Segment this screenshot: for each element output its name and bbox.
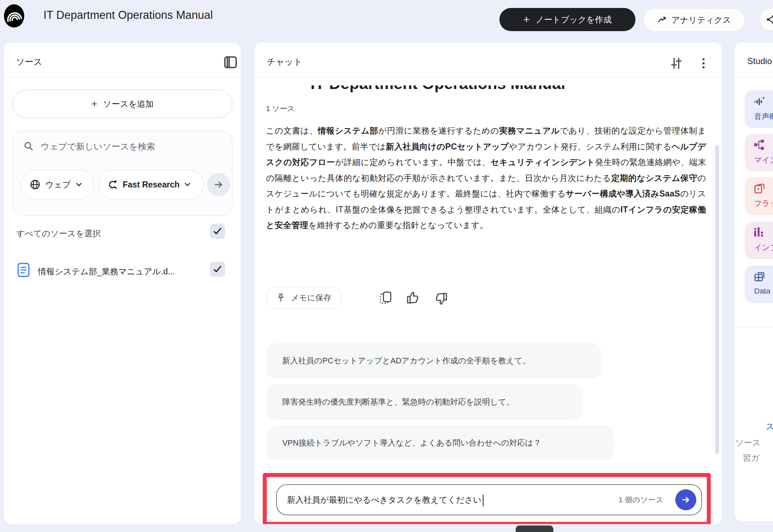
add-source-button[interactable]: + ソースを追加: [13, 90, 232, 118]
chat-panel: チャット IT Department Operations Manual 1 ソ…: [254, 43, 722, 524]
studio-card-label: マインドマップ: [754, 155, 773, 165]
source-item-checkbox[interactable]: [210, 262, 225, 277]
suggested-question[interactable]: 新入社員のPCセットアップとADアカウント作成の全手順を教えて。: [266, 343, 602, 379]
check-icon: [214, 266, 221, 273]
studio-card-mind-map[interactable]: マインドマップ: [745, 134, 773, 172]
studio-empty-state-link[interactable]: ス: [766, 421, 773, 432]
sources-header-divider: [4, 77, 241, 77]
plus-icon: +: [92, 98, 97, 110]
add-source-label: ソースを追加: [103, 98, 154, 110]
arrow-right-icon: [214, 180, 224, 190]
chevron-down-icon: [185, 183, 190, 187]
chat-scrollbar[interactable]: [715, 145, 719, 454]
audio-waveform-icon: [754, 96, 765, 108]
studio-card-data-table[interactable]: Data: [745, 266, 773, 303]
copy-icon[interactable]: [379, 291, 392, 306]
suggested-question[interactable]: 障害発生時の優先度判断基準と、緊急時の初動対応を説明して。: [266, 384, 583, 420]
studio-card-flashcards[interactable]: フラッシュカード: [745, 177, 773, 215]
send-arrow-icon: [680, 494, 691, 505]
app-header: IT Department Operations Manual + ノートブック…: [0, 0, 773, 40]
clipped-response-heading: IT Department Operations Manual: [311, 85, 636, 93]
research-chip-label: Fast Research: [123, 180, 179, 190]
chat-panel-title: チャット: [267, 56, 302, 68]
chat-header-divider: [254, 77, 722, 77]
chat-input-value: 新入社員が最初にやるべきタスクを教えてください: [287, 495, 482, 504]
search-input[interactable]: ウェブで新しいソースを検索: [41, 141, 155, 152]
notebooklm-app: { "header": { "title": "IT Department Op…: [0, 0, 773, 532]
analytics-button[interactable]: アナリティクス: [643, 8, 745, 32]
notebook-title[interactable]: IT Department Operations Manual: [43, 9, 213, 22]
thumbs-down-icon[interactable]: [434, 292, 448, 307]
bar-chart-icon: [754, 227, 764, 239]
studio-empty-state-text: ソース: [735, 437, 761, 448]
check-icon: [214, 228, 221, 235]
studio-section-divider: [735, 328, 773, 328]
studio-card-infographic[interactable]: インフォグラフィック: [745, 221, 773, 259]
web-source-search-box: ウェブで新しいソースを検索 ウェブ Fast Research: [13, 130, 232, 216]
globe-icon: [30, 180, 40, 190]
bottom-toast-peek: [516, 525, 553, 532]
share-button[interactable]: [759, 8, 773, 31]
analytics-label: アナリティクス: [672, 14, 731, 26]
select-all-checkbox[interactable]: [210, 224, 225, 239]
source-item-label: 情報システム部_業務マニュアル.d...: [38, 266, 175, 277]
mindmap-icon: [754, 140, 764, 151]
studio-card-audio-overview[interactable]: 音声概要: [745, 90, 773, 128]
send-button[interactable]: [675, 489, 696, 510]
chevron-down-icon: [76, 183, 82, 187]
fast-research-icon: [107, 180, 118, 190]
plus-icon: +: [523, 13, 530, 26]
studio-card-label: インフォグラフィック: [754, 242, 773, 253]
text-caret: [483, 495, 484, 506]
create-notebook-button[interactable]: + ノートブックを作成: [499, 8, 635, 31]
search-submit-button[interactable]: [207, 173, 230, 196]
table-icon: [754, 271, 765, 283]
sources-panel-title: ソース: [16, 56, 42, 68]
summary-text: この文書は、情報システム部が円滑に業務を遂行するための実務マニュアルであり、技術…: [266, 123, 706, 233]
studio-header-divider: [735, 77, 773, 77]
collapse-panel-icon[interactable]: [224, 56, 237, 70]
flashcards-icon: [754, 183, 764, 195]
chat-input-box[interactable]: 新入社員が最初にやるべきタスクを教えてください 1 個のソース: [276, 484, 702, 515]
search-icon: [24, 142, 33, 152]
studio-panel-title: Studio: [747, 56, 772, 66]
clipped-heading-text: IT Department Operations Manual: [311, 85, 565, 93]
studio-panel: Studio 音声概要 マインドマップ: [735, 43, 773, 521]
save-to-note-label: メモに保存: [291, 292, 331, 303]
suggested-question[interactable]: VPN接続トラブルやソフト導入など、よくある問い合わせへの対応は？: [266, 425, 614, 461]
pin-icon: [276, 293, 285, 303]
save-to-note-button[interactable]: メモに保存: [266, 287, 342, 309]
select-all-label: すべてのソースを選択: [16, 228, 101, 239]
trending-up-icon: [657, 16, 667, 24]
studio-card-label: フラッシュカード: [754, 198, 773, 208]
studio-card-label: 音声概要: [754, 111, 773, 122]
create-notebook-label: ノートブックを作成: [536, 14, 612, 25]
doc-file-icon: [17, 262, 30, 279]
chat-input-text: 新入社員が最初にやるべきタスクを教えてください: [287, 485, 483, 515]
studio-card-label: Data: [754, 287, 770, 295]
source-list-item[interactable]: 情報システム部_業務マニュアル.d...: [4, 259, 241, 284]
chat-more-menu-icon[interactable]: [698, 57, 709, 71]
response-source-count: 1 ソース: [266, 104, 295, 114]
web-chip-label: ウェブ: [45, 179, 71, 190]
notebooklm-logo[interactable]: [4, 4, 25, 29]
web-filter-chip[interactable]: ウェブ: [21, 170, 94, 199]
share-icon: [765, 14, 773, 25]
thumbs-up-icon[interactable]: [406, 291, 420, 306]
studio-empty-state-text: 習ガ: [743, 452, 760, 464]
chat-settings-icon[interactable]: [670, 57, 683, 71]
research-mode-chip[interactable]: Fast Research: [98, 170, 204, 199]
sources-panel: ソース + ソースを追加 ウェブで新しいソースを検索 ウェブ: [4, 43, 241, 524]
input-source-count: 1 個のソース: [618, 485, 663, 515]
